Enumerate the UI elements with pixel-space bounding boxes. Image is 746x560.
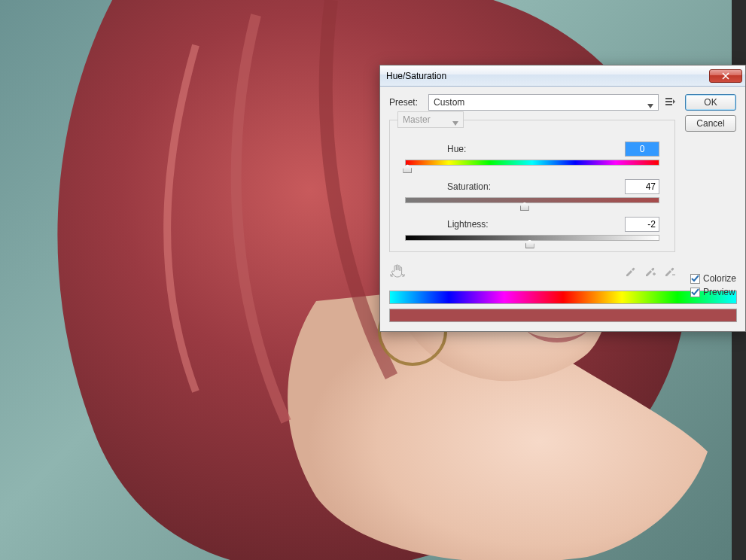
cancel-button[interactable]: Cancel [685, 115, 736, 132]
dialog-titlebar[interactable]: Hue/Saturation [380, 65, 745, 87]
lightness-slider[interactable] [405, 235, 659, 241]
sliders-group: Master Hue: [389, 120, 675, 252]
preset-select[interactable]: Custom [428, 94, 659, 111]
checkbox-icon [690, 288, 700, 297]
preset-value: Custom [434, 97, 464, 108]
eyedropper-add-tool[interactable] [644, 265, 656, 279]
saturation-input[interactable] [625, 179, 659, 194]
hue-input[interactable] [625, 142, 659, 157]
targeted-adjustment-tool[interactable] [389, 263, 406, 282]
colorize-label: Colorize [703, 273, 736, 284]
lightness-input[interactable] [625, 217, 659, 232]
svg-rect-1 [665, 98, 672, 99]
hue-label: Hue: [405, 144, 495, 154]
output-spectrum [389, 309, 737, 322]
colorize-checkbox[interactable]: Colorize [690, 273, 736, 284]
chevron-down-icon [452, 117, 458, 128]
eyedropper-subtract-tool[interactable] [663, 265, 675, 279]
saturation-label: Saturation: [405, 181, 495, 192]
svg-rect-2 [665, 101, 672, 102]
close-button[interactable] [709, 69, 742, 83]
preset-label: Preset: [389, 97, 422, 108]
channel-select[interactable]: Master [397, 111, 464, 128]
eyedropper-tool[interactable] [624, 265, 636, 279]
close-icon [722, 72, 729, 80]
chevron-down-icon [647, 100, 653, 111]
input-spectrum [389, 291, 737, 304]
checkbox-icon [690, 274, 700, 284]
saturation-slider[interactable] [405, 197, 659, 203]
ok-button[interactable]: OK [685, 94, 736, 111]
channel-value: Master [403, 114, 431, 125]
preview-checkbox[interactable]: Preview [690, 287, 736, 297]
dialog-title: Hue/Saturation [386, 71, 709, 81]
preview-label: Preview [703, 287, 735, 297]
lightness-label: Lightness: [405, 219, 495, 230]
preset-menu-button[interactable] [665, 96, 675, 109]
svg-rect-3 [665, 104, 672, 105]
hue-slider[interactable] [405, 160, 659, 166]
hue-saturation-dialog: Hue/Saturation OK Cancel Preset: Custom [379, 65, 746, 332]
